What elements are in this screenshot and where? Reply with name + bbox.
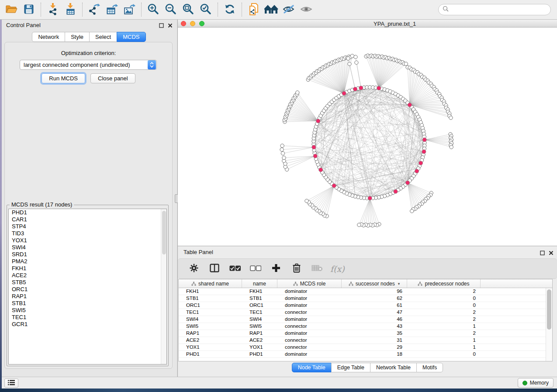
hide-selected-button[interactable] <box>280 1 298 18</box>
network-node[interactable] <box>410 209 414 213</box>
network-node[interactable] <box>450 145 453 149</box>
mcds-result-item[interactable]: SWI5 <box>9 307 166 314</box>
column-header-successor-nodes[interactable]: successor nodes ▾ <box>342 279 407 288</box>
import-table-button[interactable] <box>62 1 79 18</box>
close-panel-button[interactable]: Close panel <box>90 73 135 83</box>
optimization-criterion-select[interactable]: largest connected component (undirected) <box>20 60 157 70</box>
mcds-hub-node[interactable] <box>368 196 372 200</box>
deselect-all-button[interactable] <box>248 261 263 276</box>
table-row[interactable]: YOX1YOX1connector291 <box>179 344 552 351</box>
network-node[interactable] <box>355 61 358 64</box>
tab-edge-table[interactable]: Edge Table <box>331 363 370 372</box>
first-neighbors-button[interactable] <box>263 1 280 18</box>
table-row[interactable]: STB1STB1dominator620 <box>179 295 552 302</box>
column-header-shared-name[interactable]: shared name <box>179 279 242 288</box>
zoom-selected-button[interactable] <box>197 1 214 18</box>
mcds-result-item[interactable]: SRD1 <box>9 251 166 258</box>
column-header-name[interactable]: name <box>242 279 277 288</box>
mcds-hub-node[interactable] <box>316 119 320 123</box>
mcds-result-item[interactable]: CAR1 <box>9 216 166 223</box>
delete-columns-button[interactable] <box>289 261 304 276</box>
close-table-panel-icon[interactable] <box>549 249 554 257</box>
window-zoom-button[interactable] <box>199 21 204 26</box>
column-header-mcds-role[interactable]: MCDS role <box>277 279 342 288</box>
mcds-result-item[interactable]: FKH1 <box>9 265 166 272</box>
network-node[interactable] <box>296 91 299 94</box>
mcds-result-item[interactable]: SWI4 <box>9 244 166 251</box>
tab-style[interactable]: Style <box>65 32 90 42</box>
mcds-hub-node[interactable] <box>422 138 426 142</box>
split-view-button[interactable] <box>207 261 222 276</box>
table-row[interactable]: TEC1TEC1connector472 <box>179 309 552 316</box>
zoom-out-button[interactable] <box>162 1 180 18</box>
table-row[interactable]: SWI4SWI4dominator462 <box>179 316 552 323</box>
tab-select[interactable]: Select <box>89 32 117 42</box>
close-panel-icon[interactable] <box>168 22 173 30</box>
tab-mcds[interactable]: MCDS <box>117 32 145 42</box>
mcds-result-item[interactable]: TEC1 <box>9 314 166 321</box>
mcds-result-item[interactable]: RAP1 <box>9 293 166 300</box>
table-row[interactable]: ACE2ACE2connector311 <box>179 337 552 344</box>
select-all-button[interactable] <box>228 261 242 276</box>
network-node[interactable] <box>281 151 284 155</box>
export-table-button[interactable] <box>103 1 121 18</box>
mcds-hub-node[interactable] <box>353 87 357 91</box>
apply-layout-button[interactable] <box>221 1 239 18</box>
network-node[interactable] <box>280 148 284 151</box>
mcds-hub-node[interactable] <box>394 189 398 193</box>
table-row[interactable]: ORC1ORC1dominator610 <box>179 302 552 309</box>
mcds-result-item[interactable]: PMA2 <box>9 258 166 265</box>
table-row[interactable]: PHD1PHD1dominator180 <box>179 351 552 358</box>
table-row[interactable]: SWI5SWI5connector431 <box>179 323 552 330</box>
export-image-button[interactable] <box>121 1 138 18</box>
table-settings-button[interactable] <box>187 261 201 276</box>
mcds-result-list[interactable]: PHD1CAR1STP4TID3YOX1SWI4SRD1PMA2FKH1ACE2… <box>8 209 167 364</box>
network-canvas[interactable] <box>178 28 557 246</box>
save-session-button[interactable] <box>20 1 38 18</box>
window-minimize-button[interactable] <box>190 21 195 26</box>
clone-network-button[interactable] <box>245 1 263 18</box>
import-network-button[interactable] <box>44 1 62 18</box>
table-scrollbar-thumb[interactable] <box>547 289 551 330</box>
mcds-list-scrollbar[interactable] <box>161 209 166 364</box>
zoom-fit-button[interactable] <box>180 1 197 18</box>
network-search-box[interactable] <box>438 4 551 15</box>
mcds-result-item[interactable]: STB5 <box>9 279 166 286</box>
mcds-hub-node[interactable] <box>332 184 336 188</box>
window-close-button[interactable] <box>181 21 186 26</box>
network-node[interactable] <box>404 62 408 65</box>
mcds-hub-node[interactable] <box>419 161 423 165</box>
add-column-button[interactable] <box>269 261 284 276</box>
mcds-result-item[interactable]: ORC1 <box>9 286 166 293</box>
zoom-in-button[interactable] <box>145 1 162 18</box>
tab-node-table[interactable]: Node Table <box>292 363 332 372</box>
export-network-button[interactable] <box>86 1 103 18</box>
network-node[interactable] <box>449 116 453 120</box>
mcds-hub-node[interactable] <box>342 91 346 95</box>
mcds-result-item[interactable]: STP4 <box>9 223 166 230</box>
mcds-result-item[interactable]: STB1 <box>9 300 166 307</box>
show-all-button[interactable] <box>298 1 315 18</box>
float-panel-icon[interactable] <box>159 22 164 30</box>
mcds-hub-node[interactable] <box>405 181 409 185</box>
mcds-result-item[interactable]: GCR1 <box>9 321 166 328</box>
network-node[interactable] <box>348 62 351 65</box>
mcds-result-item[interactable]: YOX1 <box>9 237 166 244</box>
network-node[interactable] <box>354 55 357 58</box>
network-node[interactable] <box>282 156 286 159</box>
show-panels-button[interactable] <box>4 378 18 388</box>
mcds-hub-node[interactable] <box>377 86 381 90</box>
tab-network[interactable]: Network <box>32 32 65 42</box>
tab-motifs[interactable]: Motifs <box>416 363 443 372</box>
table-row[interactable]: RAP1RAP1dominator352 <box>179 330 552 337</box>
mcds-hub-node[interactable] <box>359 86 363 90</box>
network-node[interactable] <box>346 57 350 60</box>
network-node[interactable] <box>280 144 284 148</box>
mcds-result-item[interactable]: ACE2 <box>9 272 166 279</box>
network-node[interactable] <box>305 199 308 203</box>
search-input[interactable] <box>451 7 547 13</box>
mcds-hub-node[interactable] <box>422 150 426 154</box>
run-mcds-button[interactable]: Run MCDS <box>42 73 85 83</box>
mcds-result-item[interactable]: TID3 <box>9 230 166 237</box>
column-header-predecessor-nodes[interactable]: predecessor nodes <box>407 279 481 288</box>
